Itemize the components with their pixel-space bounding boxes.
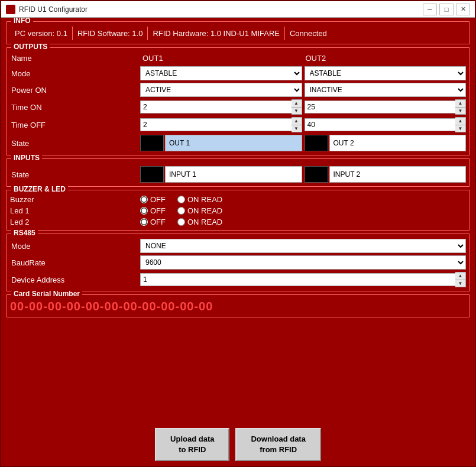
info-section: INFO PC version: 0.1 RFID Software: 1.0 … — [6, 21, 470, 44]
led2-on-read-radio[interactable] — [177, 218, 185, 226]
input1-display: INPUT 1 — [140, 166, 302, 183]
led2-off-option[interactable]: OFF — [140, 218, 166, 226]
led1-on-read-option[interactable]: ON READ — [177, 206, 222, 215]
close-button[interactable]: ✕ — [456, 4, 470, 15]
time-off-out2-spinner: ▲ ▼ — [455, 117, 466, 132]
rs485-section: RS485 Mode NONE MODBUS CUSTOM BaudRate — [6, 234, 470, 291]
download-button[interactable]: Download datafrom RFID — [235, 428, 320, 461]
rs485-device-address-label: Device Address — [10, 273, 140, 287]
inputs-state-label: State — [10, 169, 140, 180]
time-off-out2-input[interactable] — [305, 118, 456, 131]
led1-options: OFF ON READ — [140, 206, 222, 215]
rs485-baudrate-field: 9600 19200 38400 57600 115200 — [140, 255, 466, 270]
rs485-mode-select[interactable]: NONE MODBUS CUSTOM — [140, 239, 466, 253]
power-on-out1-select[interactable]: ACTIVE INACTIVE — [140, 83, 302, 97]
outputs-state-row: State OUT 1 OUT 2 — [10, 135, 466, 151]
time-off-label: Time OFF — [10, 119, 140, 131]
led2-on-read-option[interactable]: ON READ — [177, 218, 222, 226]
time-off-out1-up[interactable]: ▲ — [292, 118, 302, 125]
upload-button[interactable]: Upload datato RFID — [155, 428, 229, 461]
time-on-out1-up[interactable]: ▲ — [292, 100, 302, 108]
state-out2-text: OUT 2 — [329, 135, 467, 151]
state-out1-display: OUT 1 — [140, 135, 302, 151]
rs485-device-address-down[interactable]: ▼ — [455, 280, 465, 287]
buzzer-off-option[interactable]: OFF — [140, 195, 166, 204]
time-off-out2-down[interactable]: ▼ — [455, 125, 465, 132]
time-off-out1-down[interactable]: ▼ — [292, 125, 302, 132]
title-bar-left: RFID U1 Configurator — [6, 5, 88, 14]
out1-name: OUT1 — [140, 53, 303, 64]
time-on-out2-up[interactable]: ▲ — [455, 100, 465, 108]
led2-row: Led 2 OFF ON READ — [10, 218, 466, 226]
outputs-power-row: Power ON ACTIVE INACTIVE ACTIVE INACTIVE — [10, 83, 466, 97]
buzzer-led-section-title: BUZZER & LED — [11, 185, 68, 193]
info-row: PC version: 0.1 RFID Software: 1.0 RFID … — [10, 27, 466, 40]
led1-off-option[interactable]: OFF — [140, 206, 166, 215]
main-content: INFO PC version: 0.1 RFID Software: 1.0 … — [1, 18, 475, 423]
input1-field: INPUT 1 — [140, 166, 302, 183]
rs485-baudrate-label: BaudRate — [10, 256, 140, 270]
input1-indicator — [140, 166, 164, 183]
led2-off-radio[interactable] — [140, 218, 148, 226]
time-off-out1-spinner: ▲ ▼ — [292, 117, 302, 132]
buzzer-on-read-radio[interactable] — [177, 196, 185, 203]
time-on-out1-down[interactable]: ▼ — [292, 108, 302, 115]
led2-off-label: OFF — [150, 218, 166, 226]
outputs-time-on-row: Time ON ▲ ▼ ▲ ▼ — [10, 99, 466, 115]
led1-off-label: OFF — [150, 206, 166, 215]
time-on-out1-input[interactable] — [140, 100, 292, 113]
app-icon — [6, 5, 15, 14]
buzzer-on-read-option[interactable]: ON READ — [177, 195, 222, 204]
led1-off-radio[interactable] — [140, 207, 148, 215]
minimize-button[interactable]: ─ — [423, 4, 437, 15]
outputs-name-row: Name OUT1 OUT2 — [10, 53, 466, 64]
state-out2-indicator — [305, 135, 328, 151]
time-on-out1-field: ▲ ▼ — [140, 99, 302, 115]
pc-version: PC version: 0.1 — [10, 27, 73, 40]
state-out1-text: OUT 1 — [165, 135, 302, 151]
led1-on-read-label: ON READ — [187, 206, 222, 215]
power-on-out2-field: ACTIVE INACTIVE — [305, 83, 467, 97]
out2-name: OUT2 — [303, 53, 467, 64]
time-off-out2-up[interactable]: ▲ — [455, 118, 465, 125]
time-on-out2-field: ▲ ▼ — [305, 99, 467, 115]
led1-label: Led 1 — [10, 206, 140, 215]
input2-display: INPUT 2 — [305, 166, 467, 183]
main-window: RFID U1 Configurator ─ □ ✕ INFO PC versi… — [0, 0, 476, 467]
power-on-out2-select[interactable]: ACTIVE INACTIVE — [305, 83, 467, 97]
state-out1-indicator — [140, 135, 164, 151]
rs485-mode-field: NONE MODBUS CUSTOM — [140, 239, 466, 253]
rs485-mode-label: Mode — [10, 239, 140, 253]
buzzer-row: Buzzer OFF ON READ — [10, 195, 466, 204]
input2-field: INPUT 2 — [305, 166, 467, 183]
name-label: Name — [10, 53, 140, 64]
mode-out2-field: ASTABLE MONOSTABLE BISTABLE OFF — [305, 66, 467, 80]
buzzer-off-radio[interactable] — [140, 196, 148, 203]
mode-out2-select[interactable]: ASTABLE MONOSTABLE BISTABLE OFF — [305, 66, 467, 80]
card-serial-value: 00-00-00-00-00-00-00-00-00-00-00 — [10, 300, 466, 313]
input1-text: INPUT 1 — [165, 166, 302, 183]
led2-label: Led 2 — [10, 218, 140, 226]
time-off-out1-input[interactable] — [140, 118, 292, 131]
time-on-out2-down[interactable]: ▼ — [455, 108, 465, 115]
state-out2-field: OUT 2 — [305, 135, 467, 151]
led1-on-read-radio[interactable] — [177, 207, 185, 215]
rs485-mode-row: Mode NONE MODBUS CUSTOM — [10, 239, 466, 253]
buzzer-label: Buzzer — [10, 195, 140, 204]
rs485-device-address-input[interactable] — [140, 273, 455, 286]
time-off-out1-field: ▲ ▼ — [140, 117, 302, 132]
time-on-out2-input[interactable] — [305, 100, 456, 113]
outputs-mode-row: Mode ASTABLE MONOSTABLE BISTABLE OFF AST… — [10, 66, 466, 80]
time-on-label: Time ON — [10, 102, 140, 113]
rs485-device-address-up[interactable]: ▲ — [455, 273, 465, 280]
mode-out1-select[interactable]: ASTABLE MONOSTABLE BISTABLE OFF — [140, 66, 302, 80]
maximize-button[interactable]: □ — [439, 4, 454, 15]
outputs-section: OUTPUTS Name OUT1 OUT2 Mode ASTABLE MONO… — [6, 47, 470, 155]
rs485-baudrate-row: BaudRate 9600 19200 38400 57600 115200 — [10, 255, 466, 270]
buzzer-on-read-label: ON READ — [187, 195, 222, 204]
input2-indicator — [305, 166, 328, 183]
input2-text: INPUT 2 — [329, 166, 467, 183]
rs485-baudrate-select[interactable]: 9600 19200 38400 57600 115200 — [140, 255, 466, 270]
buzzer-led-section: BUZZER & LED Buzzer OFF ON READ Led — [6, 190, 470, 231]
buzzer-options: OFF ON READ — [140, 195, 222, 204]
